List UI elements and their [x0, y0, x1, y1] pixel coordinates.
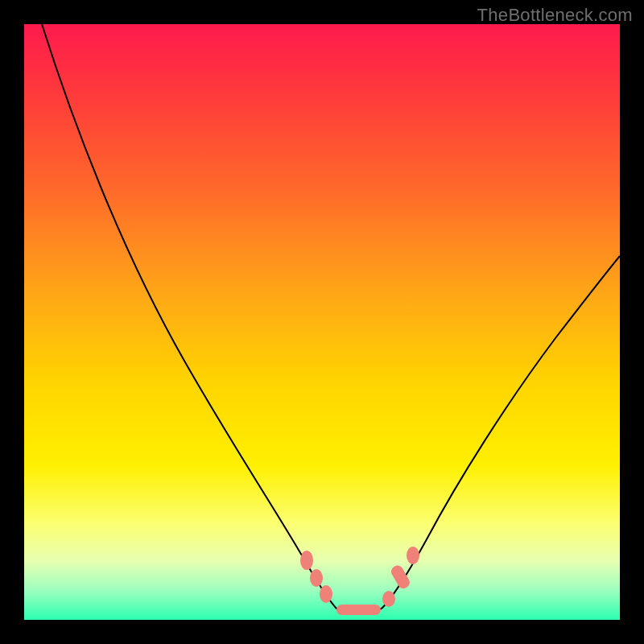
outer-frame: TheBottleneck.com	[0, 0, 644, 644]
marker-dot-left-1	[300, 551, 313, 570]
marker-dot-left-3	[320, 585, 332, 603]
marker-pill-center	[336, 605, 381, 615]
plot-area	[24, 24, 620, 620]
marker-dot-right-1	[382, 591, 395, 607]
chart-svg	[24, 24, 620, 620]
watermark-text: TheBottleneck.com	[477, 5, 633, 26]
marker-dot-left-2	[310, 569, 323, 587]
marker-dot-right-2	[407, 547, 419, 564]
left-curve	[42, 24, 336, 609]
marker-pill-right	[389, 564, 411, 590]
